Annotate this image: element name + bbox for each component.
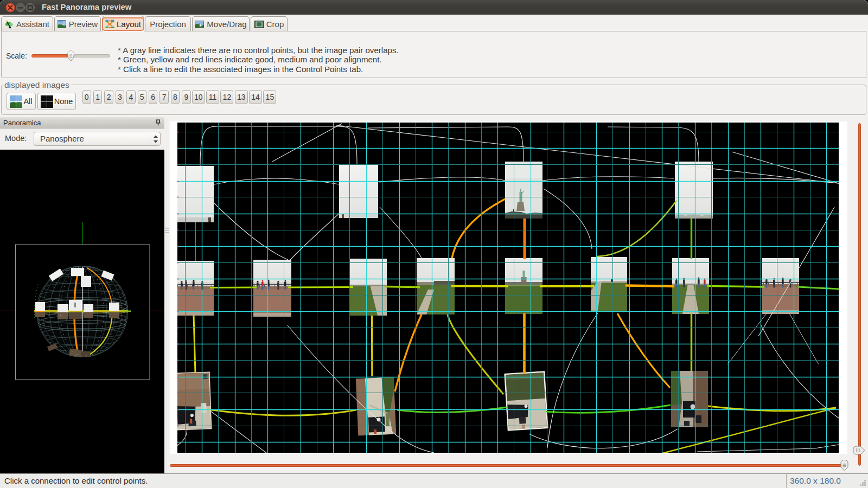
- svg-text:GL: GL: [58, 21, 64, 25]
